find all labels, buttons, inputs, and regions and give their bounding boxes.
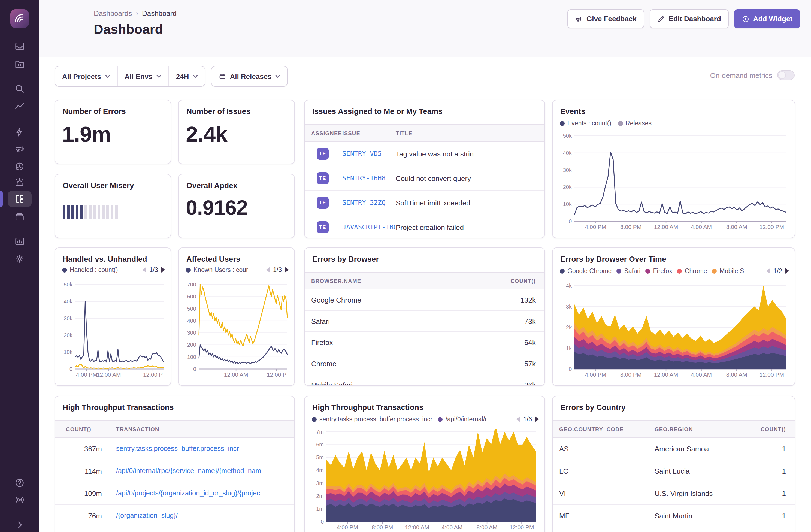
series-dot [645, 269, 650, 273]
legend-prev-icon[interactable] [766, 268, 770, 274]
svg-text:30k: 30k [563, 167, 572, 173]
issue-link[interactable]: SENTRY-32ZQ [342, 199, 396, 207]
sidebar-item-replays[interactable] [7, 158, 32, 174]
environments-filter[interactable]: All Envs [117, 66, 168, 86]
affected-users-chart[interactable]: 010020030040050060070012:00 AM12:00 P [183, 282, 291, 379]
svg-text:4m: 4m [316, 467, 324, 473]
page-header: Dashboards › Dashboard Dashboard Give Fe… [39, 0, 811, 57]
assignee-avatar[interactable]: TE [317, 221, 328, 233]
sidebar-item-projects[interactable] [7, 56, 32, 73]
sidebar-item-releases[interactable] [7, 209, 32, 225]
legend-item-firefox[interactable]: Firefox [645, 268, 672, 274]
svg-text:3k: 3k [566, 304, 572, 309]
col-region: GEO.REGION [655, 426, 761, 432]
svg-text:12:00 P: 12:00 P [267, 371, 287, 378]
assignee-avatar[interactable]: TE [317, 172, 328, 184]
table-row: 114m /api/0/internal/rpc/{service_name}/… [55, 460, 294, 482]
sidebar-item-performance[interactable] [7, 98, 32, 115]
on-demand-metrics-toggle[interactable] [777, 70, 795, 80]
transaction-link[interactable]: /{organization_slug}/ [102, 512, 294, 519]
legend-page-indicator: 1/2 [774, 268, 782, 274]
table-header: ASSIGNEE ISSUE TITLE [305, 124, 545, 142]
legend-item-releases[interactable]: Releases [618, 120, 652, 126]
series-dot [712, 269, 717, 273]
svg-text:8:00 PM: 8:00 PM [620, 371, 642, 378]
legend-next-icon[interactable] [785, 268, 789, 274]
widget-title: Handled vs. Unhandled [63, 255, 147, 263]
lightning-icon [14, 126, 25, 137]
give-feedback-button[interactable]: Give Feedback [567, 9, 644, 28]
transaction-link[interactable]: /api/0/projects/{organization_id_or_slug… [102, 489, 294, 497]
table-row: TE SENTRY-32ZQ SoftTimeLimitExceeded [305, 191, 545, 215]
releases-filter[interactable]: All Releases [211, 66, 287, 86]
sidebar [0, 0, 39, 532]
sidebar-item-feedback[interactable] [7, 141, 32, 157]
sidebar-item-alerts[interactable] [7, 174, 32, 191]
date-range-filter[interactable]: 24H [168, 66, 205, 86]
issue-link[interactable]: SENTRY-16H8 [342, 174, 396, 182]
stats-icon [14, 236, 25, 247]
sidebar-item-explore[interactable] [7, 81, 32, 97]
widget-affected-users: Affected Users Known Users : cour 1/3 01… [178, 247, 295, 386]
legend-item-events-count[interactable]: Events : count() [560, 120, 611, 126]
sentry-logo[interactable] [10, 9, 29, 28]
high-throughput-chart[interactable]: 01m2m3m4m5m6m7m4:00 PM8:00 PM12:00 AM4:0… [310, 429, 539, 531]
edit-dashboard-button[interactable]: Edit Dashboard [650, 9, 729, 28]
legend-item-api-internal[interactable]: /api/0/internal/r [438, 416, 487, 423]
sidebar-item-starfish[interactable] [7, 124, 32, 140]
legend-item-google-chrome[interactable]: Google Chrome [560, 268, 612, 274]
series-dot [62, 267, 67, 272]
legend-prev-icon[interactable] [142, 267, 146, 273]
legend-item-mobile-safari[interactable]: Mobile S [712, 268, 744, 274]
legend-prev-icon[interactable] [266, 267, 270, 273]
legend-item-safari[interactable]: Safari [616, 268, 640, 274]
legend-item-known-users[interactable]: Known Users : cour [186, 267, 248, 273]
big-number-value: 0.9162 [186, 196, 247, 220]
svg-text:0: 0 [569, 218, 572, 224]
sidebar-item-dashboards[interactable] [7, 191, 32, 207]
events-chart[interactable]: 010k20k30k40k50k4:00 PM8:00 PM12:00 AM4:… [558, 133, 789, 231]
errors-by-browser-chart[interactable]: 01k2k3k4k4:00 PM8:00 PM12:00 AM4:00 AM8:… [558, 283, 789, 379]
chevron-down-icon [193, 75, 198, 78]
transaction-link[interactable]: sentry.tasks.process_buffer.process_incr [102, 445, 294, 452]
legend-item-chrome[interactable]: Chrome [677, 268, 707, 274]
projects-filter[interactable]: All Projects [55, 66, 117, 86]
transaction-link[interactable]: /api/0/internal/rpc/{service_name}/{meth… [102, 467, 294, 475]
legend-next-icon[interactable] [535, 416, 539, 422]
svg-text:10k: 10k [563, 201, 572, 207]
issue-title: Project creation failed [396, 223, 545, 231]
dashboards-icon [14, 194, 25, 204]
transaction-count: 109m [55, 489, 102, 497]
sidebar-item-stats[interactable] [7, 233, 32, 250]
svg-text:50k: 50k [563, 133, 572, 139]
add-widget-button[interactable]: Add Widget [734, 9, 800, 28]
issue-link[interactable]: JAVASCRIPT-1BG2 [342, 224, 396, 231]
sidebar-item-help[interactable] [7, 475, 32, 491]
svg-text:0: 0 [70, 366, 73, 372]
sidebar-collapse-toggle[interactable] [7, 517, 32, 532]
series-dot [560, 121, 565, 126]
table-row: 109m /api/0/projects/{organization_id_or… [55, 482, 294, 505]
issue-link[interactable]: SENTRY-VD5 [342, 150, 396, 157]
legend-item-process-incr[interactable]: sentry.tasks.process_buffer.process_incr [312, 416, 432, 423]
legend-next-icon[interactable] [285, 267, 289, 273]
col-count: COUNT() [510, 278, 545, 284]
legend-prev-icon[interactable] [516, 416, 520, 422]
legend-pager: 1/2 [766, 268, 789, 274]
svg-text:2m: 2m [316, 493, 324, 499]
assignee-avatar[interactable]: TE [317, 148, 328, 160]
svg-text:1m: 1m [316, 506, 324, 512]
assignee-avatar[interactable]: TE [317, 197, 328, 209]
legend-item-handled[interactable]: Handled : count() [62, 267, 118, 273]
table-row: TE SENTRY-VD5 Tag value was not a strin [305, 142, 545, 166]
svg-text:20k: 20k [64, 332, 73, 338]
sidebar-item-settings[interactable] [7, 251, 32, 267]
handled-chart[interactable]: 010k20k30k40k50k4:00 PM12:00 AM12:00 P [59, 282, 167, 379]
sidebar-item-whats-new[interactable] [7, 492, 32, 508]
breadcrumb-dashboards[interactable]: Dashboards [94, 9, 132, 17]
browser-name: Safari [305, 317, 524, 325]
sidebar-item-issues[interactable] [7, 38, 32, 55]
svg-text:8:00 PM: 8:00 PM [620, 224, 642, 230]
col-title: TITLE [396, 130, 413, 136]
legend-next-icon[interactable] [161, 267, 165, 273]
